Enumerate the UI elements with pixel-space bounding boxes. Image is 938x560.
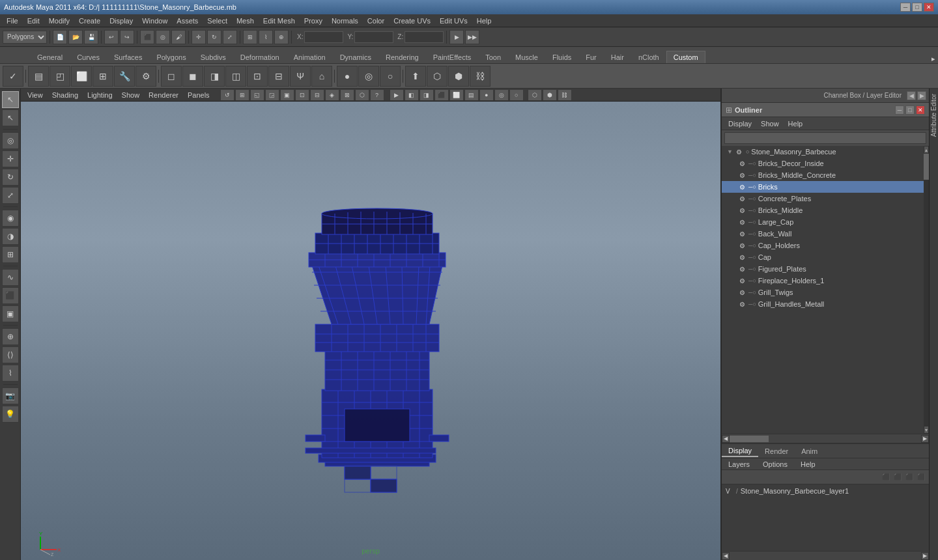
shelf-icon-3[interactable]: ⬜: [71, 66, 92, 87]
outliner-menu-show[interactable]: Show: [757, 119, 783, 128]
shelf-icon-11[interactable]: ⊡: [247, 66, 268, 87]
outliner-menu-display[interactable]: Display: [724, 119, 756, 128]
menu-file[interactable]: File: [3, 16, 22, 25]
vp-menu-renderer[interactable]: Renderer: [145, 91, 182, 100]
shelf-icon-14[interactable]: ⌂: [311, 66, 332, 87]
vp-icon-7[interactable]: ⊟: [310, 89, 324, 101]
vp-menu-panels[interactable]: Panels: [184, 91, 214, 100]
lasso-left[interactable]: ◎: [2, 132, 19, 149]
layer-menu-layers[interactable]: Layers: [724, 460, 754, 469]
hscroll-left-btn[interactable]: ◀: [722, 435, 730, 443]
shelf-icon-1[interactable]: ▤: [28, 66, 49, 87]
menu-window[interactable]: Window: [138, 16, 171, 25]
skin-left[interactable]: ⌇: [2, 365, 19, 382]
menu-display[interactable]: Display: [106, 16, 137, 25]
open-button[interactable]: 📂: [68, 30, 83, 44]
soft-select[interactable]: ◉: [2, 210, 19, 227]
shelf-icon-8[interactable]: ◼: [182, 66, 203, 87]
shelf-tab-hair[interactable]: Hair: [604, 51, 631, 63]
shelf-tab-animation[interactable]: Animation: [287, 51, 333, 63]
tree-item-3[interactable]: ⚙ ─○ Concrete_Plates: [722, 193, 924, 204]
shelf-icon-4[interactable]: ⊞: [92, 66, 113, 87]
z-input[interactable]: [405, 31, 444, 43]
outliner-minimize-btn[interactable]: ─: [895, 105, 904, 115]
paint-select[interactable]: 🖌: [171, 30, 186, 44]
vp-icon-4[interactable]: ◲: [265, 89, 279, 101]
shelf-tab-muscle[interactable]: Muscle: [508, 51, 545, 63]
save-button[interactable]: 💾: [84, 30, 98, 44]
hscroll-track[interactable]: [730, 434, 921, 443]
layer-hscroll-right[interactable]: ▶: [921, 552, 929, 560]
right-panel-arrow-right[interactable]: ▶: [917, 91, 926, 100]
shelf-tab-painteffects[interactable]: PaintEffects: [426, 51, 479, 63]
menu-mesh[interactable]: Mesh: [233, 16, 258, 25]
vp-render-btn[interactable]: ▶: [390, 89, 404, 101]
vscroll-thumb[interactable]: [924, 154, 929, 180]
ik-left[interactable]: ⟨⟩: [2, 346, 19, 363]
tree-item-1[interactable]: ⚙ ─○ Bricks_Middle_Concrete: [722, 169, 924, 181]
outliner-hscroll[interactable]: ◀ ▶: [722, 434, 929, 443]
shelf-icon-5[interactable]: 🔧: [114, 66, 135, 87]
vp-icon-3d1[interactable]: ⬡: [528, 89, 542, 101]
vp-icon-1[interactable]: ↺: [220, 89, 234, 101]
vp-icon-3d2[interactable]: ⬢: [543, 89, 557, 101]
tree-item-6[interactable]: ⚙ ─○ Back_Wall: [722, 228, 924, 240]
shelf-icon-6[interactable]: ⚙: [135, 66, 156, 87]
outliner-search-input[interactable]: [724, 132, 926, 144]
shelf-icon-7[interactable]: ◻: [161, 66, 182, 87]
viewport[interactable]: persp Y X Z: [21, 102, 720, 560]
tree-item-12[interactable]: ⚙ ─○ Grill_Handles_Metall: [722, 298, 924, 310]
tree-item-root[interactable]: ▼ ⚙ ○ Stone_Masonry_Barbecue: [722, 146, 924, 158]
shelf-icon-9[interactable]: ◨: [204, 66, 225, 87]
poly-left[interactable]: ▣: [2, 305, 19, 322]
surface-left[interactable]: ⬛: [2, 287, 19, 304]
vp-icon-circle3[interactable]: ○: [509, 89, 524, 101]
select-tool-left[interactable]: ↖: [2, 91, 19, 108]
vp-menu-show[interactable]: Show: [118, 91, 144, 100]
vp-icon-6[interactable]: ⊡: [295, 89, 309, 101]
attribute-editor-label[interactable]: Attribute Editor: [929, 89, 938, 142]
tree-item-10[interactable]: ⚙ ─○ Fireplace_Holders_1: [722, 275, 924, 287]
menu-help[interactable]: Help: [473, 16, 496, 25]
vp-menu-view[interactable]: View: [23, 91, 47, 100]
shelf-icon-2[interactable]: ◰: [50, 66, 70, 87]
vp-icon-box2[interactable]: ⬜: [449, 89, 464, 101]
shelf-tab-fur[interactable]: Fur: [578, 51, 604, 63]
shelf-tab-rendering[interactable]: Rendering: [378, 51, 426, 63]
scale-tool[interactable]: ⤢: [223, 30, 237, 44]
undo-button[interactable]: ↩: [104, 30, 119, 44]
mode-select[interactable]: Polygons: [3, 31, 47, 44]
layer-tab-render[interactable]: Render: [758, 446, 795, 456]
render-all-button[interactable]: ▶▶: [465, 30, 479, 44]
outliner-vscroll[interactable]: ▲ ▼: [924, 146, 929, 434]
shelf-tab-deformation[interactable]: Deformation: [233, 51, 287, 63]
vp-icon-2[interactable]: ⊞: [235, 89, 249, 101]
vp-icon-chain[interactable]: ⛓: [558, 89, 572, 101]
shelf-icon-check[interactable]: ✓: [3, 66, 23, 87]
menu-edit-mesh[interactable]: Edit Mesh: [259, 16, 299, 25]
vp-icon-8[interactable]: ◈: [325, 89, 339, 101]
menu-select[interactable]: Select: [203, 16, 231, 25]
vp-icon-13[interactable]: ◨: [419, 89, 434, 101]
sculpt-left[interactable]: ◑: [2, 228, 19, 245]
tree-item-11[interactable]: ⚙ ─○ Grill_Twigs: [722, 287, 924, 298]
shelf-icon-render-2[interactable]: ◎: [358, 66, 379, 87]
vp-icon-11[interactable]: ?: [370, 89, 384, 101]
render-button[interactable]: ▶: [449, 30, 464, 44]
snap-grid[interactable]: ⊞: [243, 30, 257, 44]
shelf-tab-toon[interactable]: Toon: [478, 51, 508, 63]
shelf-icon-13[interactable]: Ψ: [290, 66, 311, 87]
menu-color[interactable]: Color: [363, 16, 388, 25]
layer-menu-help[interactable]: Help: [797, 460, 819, 469]
close-button[interactable]: ✕: [924, 3, 934, 12]
shelf-icon-10[interactable]: ◫: [225, 66, 246, 87]
outliner-close-btn[interactable]: ✕: [916, 105, 925, 115]
layer-menu-options[interactable]: Options: [759, 460, 791, 469]
paint-tool-left[interactable]: ↖: [2, 109, 19, 126]
vp-icon-3[interactable]: ◱: [250, 89, 264, 101]
show-manip[interactable]: ⊞: [2, 246, 19, 263]
shelf-tab-polygons[interactable]: Polygons: [149, 51, 193, 63]
hscroll-right-btn[interactable]: ▶: [921, 435, 929, 443]
layer-hscroll[interactable]: ◀ ▶: [722, 551, 929, 560]
menu-edit-uvs[interactable]: Edit UVs: [436, 16, 472, 25]
